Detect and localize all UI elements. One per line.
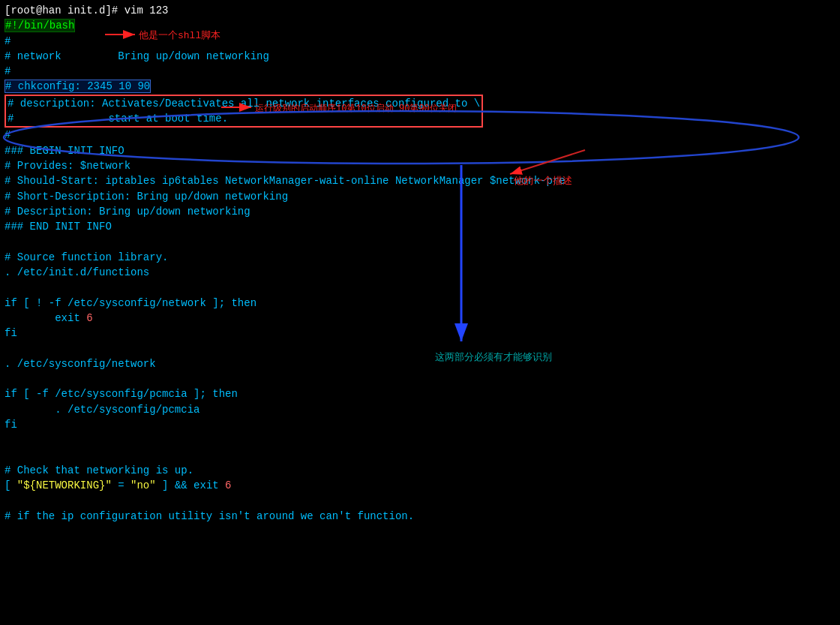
code-line-26: . /etc/sysconfig/pcmcia (4, 402, 836, 417)
code-line-17: . /etc/init.d/functions (4, 265, 836, 280)
code-line-7: # start at boot time. (8, 111, 480, 126)
code-line-1: #!/bin/bash (4, 18, 836, 33)
code-line-11: # Should-Start: iptables ip6tables Netwo… (4, 173, 836, 188)
code-line-10: # Provides: $network (4, 158, 836, 173)
code-line-22 (4, 341, 836, 356)
code-line-19: if [ ! -f /etc/sysconfig/network ]; then (4, 296, 836, 311)
code-line-25: if [ -f /etc/sysconfig/pcmcia ]; then (4, 386, 836, 401)
code-line-12: # Short-Description: Bring up/down netwo… (4, 189, 836, 204)
code-line-4: # (4, 64, 836, 79)
code-line-31: [ "${NETWORKING}" = "no" ] && exit 6 (4, 478, 836, 493)
code-line-18 (4, 280, 836, 295)
code-line-5: # chkconfig: 2345 10 90 (4, 79, 836, 94)
code-line-29 (4, 448, 836, 463)
code-line-20: exit 6 (4, 311, 836, 326)
code-line-16: # Source function library. (4, 250, 836, 265)
code-line-24 (4, 371, 836, 386)
code-line-13: # Description: Bring up/down networking (4, 204, 836, 219)
code-line-28 (4, 432, 836, 447)
code-line-6: # description: Activates/Deactivates all… (8, 96, 480, 111)
code-line-23: . /etc/sysconfig/network (4, 356, 836, 371)
description-box: # description: Activates/Deactivates all… (4, 95, 483, 128)
code-line-9: ### BEGIN INIT INFO (4, 143, 836, 158)
code-line-3: # network Bring up/down networking (4, 49, 836, 64)
code-line-15 (4, 234, 836, 249)
code-line-30: # Check that networking is up. (4, 463, 836, 478)
code-line-32 (4, 494, 836, 509)
code-line-27: fi (4, 417, 836, 432)
code-line-2: # (4, 34, 836, 49)
chkconfig-highlight: # chkconfig: 2345 10 90 (4, 80, 151, 93)
terminal-window: [root@han init.d]# vim 123 #!/bin/bash #… (0, 0, 840, 527)
code-line-8: # (4, 128, 836, 143)
shebang-highlight: #!/bin/bash (4, 19, 75, 32)
code-line-14: ### END INIT INFO (4, 219, 836, 234)
code-line-33: # if the ip configuration utility isn't … (4, 509, 836, 524)
code-line-21: fi (4, 326, 836, 341)
prompt-line: [root@han init.d]# vim 123 (4, 3, 836, 18)
